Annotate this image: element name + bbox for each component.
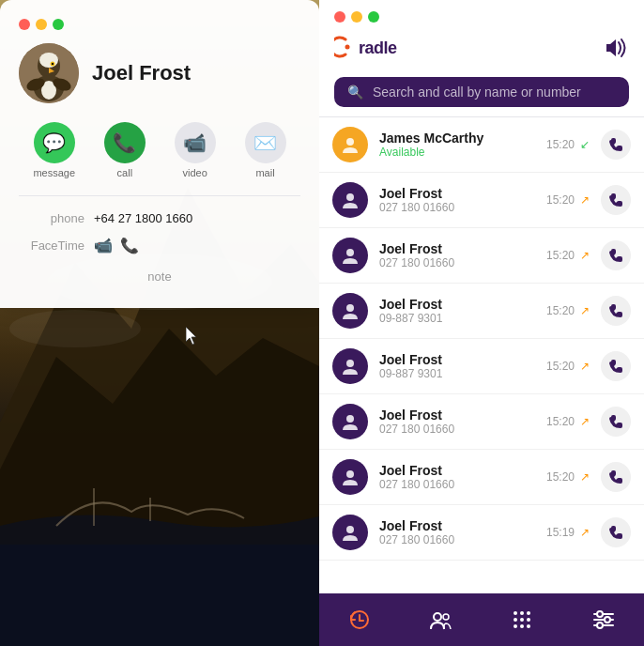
call-list-item[interactable]: Joel Frost 027 180 01660 15:20 ↗ bbox=[319, 173, 644, 228]
call-list-item[interactable]: Joel Frost 027 180 01660 15:20 ↗ bbox=[319, 228, 644, 284]
close-button[interactable] bbox=[19, 19, 30, 30]
call-info: Joel Frost 027 180 01660 bbox=[379, 241, 535, 269]
caller-sub: 09-887 9301 bbox=[379, 312, 535, 325]
caller-name: Joel Frost bbox=[379, 352, 535, 367]
svg-point-21 bbox=[346, 249, 354, 256]
volume-icon[interactable] bbox=[603, 38, 629, 63]
contact-card: Joel Frost 💬 message 📞 call 📹 video ✉️ m… bbox=[0, 0, 319, 308]
svg-point-28 bbox=[434, 613, 441, 621]
call-button[interactable]: 📞 call bbox=[104, 122, 146, 178]
contact-details: phone +64 27 1800 1660 FaceTime 📹 📞 note bbox=[19, 195, 300, 293]
call-time: 15:20 bbox=[546, 415, 575, 428]
call-time: 15:20 bbox=[546, 193, 575, 207]
svg-point-19 bbox=[346, 138, 354, 146]
call-time: 15:20 bbox=[546, 470, 575, 484]
call-list-item[interactable]: Joel Frost 027 180 01660 15:20 ↗ bbox=[319, 450, 644, 505]
call-action-button[interactable] bbox=[601, 462, 631, 492]
call-action-button[interactable] bbox=[601, 185, 631, 215]
note-label: note bbox=[19, 266, 300, 287]
facetime-audio-icon[interactable]: 📞 bbox=[120, 237, 139, 254]
search-bar[interactable]: 🔍 Search and call by name or number bbox=[334, 77, 629, 107]
call-time: 15:20 bbox=[546, 304, 575, 317]
call-meta: 15:20 ↗ bbox=[546, 415, 590, 428]
svg-point-20 bbox=[346, 193, 354, 201]
call-direction-icon: ↙ bbox=[580, 138, 590, 151]
list-avatar bbox=[332, 404, 368, 439]
call-direction-icon: ↗ bbox=[580, 193, 590, 207]
search-placeholder: Search and call by name or number bbox=[373, 85, 616, 100]
list-avatar bbox=[332, 182, 368, 218]
svg-point-33 bbox=[514, 618, 517, 622]
list-avatar bbox=[332, 127, 368, 162]
svg-point-23 bbox=[346, 360, 354, 367]
call-info: James McCarthy Available bbox=[379, 131, 535, 159]
app-logo: radle bbox=[334, 32, 447, 68]
call-meta: 15:20 ↗ bbox=[546, 470, 590, 484]
minimize-button[interactable] bbox=[36, 19, 47, 30]
call-action-button[interactable] bbox=[601, 130, 631, 160]
svg-point-44 bbox=[597, 623, 603, 628]
list-avatar bbox=[332, 293, 368, 329]
call-time: 15:20 bbox=[546, 360, 575, 373]
call-info: Joel Frost 09-887 9301 bbox=[379, 352, 535, 380]
call-direction-icon: ↗ bbox=[580, 470, 590, 484]
call-list-item[interactable]: Joel Frost 027 180 01660 15:20 ↗ bbox=[319, 394, 644, 450]
svg-point-25 bbox=[346, 470, 354, 478]
caller-sub: 027 180 01660 bbox=[379, 478, 535, 491]
svg-point-36 bbox=[514, 624, 517, 628]
call-icon: 📞 bbox=[104, 122, 146, 163]
caller-name: Joel Frost bbox=[379, 297, 535, 312]
call-action-button[interactable] bbox=[601, 240, 631, 270]
nav-history[interactable] bbox=[339, 599, 380, 640]
window-controls bbox=[19, 19, 300, 30]
svg-text:radle: radle bbox=[359, 38, 397, 57]
call-direction-icon: ↗ bbox=[580, 526, 590, 539]
list-avatar bbox=[332, 238, 368, 273]
call-info: Joel Frost 027 180 01660 bbox=[379, 408, 535, 436]
phone-row: phone +64 27 1800 1660 bbox=[19, 206, 300, 231]
call-action-button[interactable] bbox=[601, 517, 631, 547]
call-list-item[interactable]: James McCarthy Available 15:20 ↙ bbox=[319, 117, 644, 173]
right-minimize-button[interactable] bbox=[351, 11, 362, 23]
right-panel: radle 🔍 Search and call by name or numbe… bbox=[319, 0, 644, 646]
call-meta: 15:19 ↗ bbox=[546, 526, 590, 539]
facetime-label: FaceTime bbox=[19, 238, 84, 253]
list-avatar bbox=[332, 348, 368, 384]
call-list-item[interactable]: Joel Frost 09-887 9301 15:20 ↗ bbox=[319, 284, 644, 339]
note-row: note bbox=[19, 260, 300, 293]
video-button[interactable]: 📹 video bbox=[175, 122, 216, 178]
video-icon: 📹 bbox=[175, 122, 216, 163]
call-list-item[interactable]: Joel Frost 027 180 01660 15:19 ↗ bbox=[319, 505, 644, 561]
nav-dialpad[interactable] bbox=[501, 599, 543, 640]
call-meta: 15:20 ↗ bbox=[546, 193, 590, 207]
facetime-video-icon[interactable]: 📹 bbox=[94, 237, 113, 254]
svg-point-42 bbox=[605, 617, 610, 623]
svg-point-24 bbox=[346, 415, 354, 423]
svg-point-40 bbox=[597, 611, 603, 617]
video-label: video bbox=[183, 167, 207, 178]
call-info: Joel Frost 09-887 9301 bbox=[379, 297, 535, 325]
svg-point-22 bbox=[346, 304, 354, 312]
mail-button[interactable]: ✉️ mail bbox=[245, 122, 286, 178]
call-action-button[interactable] bbox=[601, 407, 631, 437]
caller-sub: 09-887 9301 bbox=[379, 367, 535, 380]
caller-name: Joel Frost bbox=[379, 463, 535, 478]
call-time: 15:20 bbox=[546, 249, 575, 262]
maximize-button[interactable] bbox=[53, 19, 64, 30]
right-close-button[interactable] bbox=[334, 11, 345, 23]
call-action-button[interactable] bbox=[601, 296, 631, 326]
svg-point-10 bbox=[39, 53, 58, 68]
call-action-button[interactable] bbox=[601, 351, 631, 381]
nav-contacts[interactable] bbox=[421, 599, 462, 640]
caller-name: Joel Frost bbox=[379, 408, 535, 423]
list-avatar bbox=[332, 515, 368, 550]
message-button[interactable]: 💬 message bbox=[33, 122, 75, 178]
right-maximize-button[interactable] bbox=[368, 11, 379, 23]
right-window-controls bbox=[334, 11, 629, 23]
nav-settings[interactable] bbox=[583, 599, 624, 640]
avatar bbox=[19, 43, 79, 103]
call-list-item[interactable]: Joel Frost 09-887 9301 15:20 ↗ bbox=[319, 339, 644, 394]
call-direction-icon: ↗ bbox=[580, 304, 590, 317]
phone-value[interactable]: +64 27 1800 1660 bbox=[94, 211, 192, 225]
call-info: Joel Frost 027 180 01660 bbox=[379, 463, 535, 491]
